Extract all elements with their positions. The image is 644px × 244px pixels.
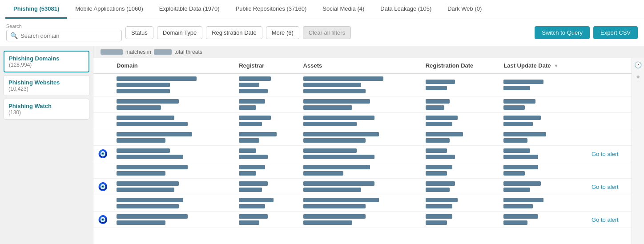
alert-cell bbox=[587, 113, 632, 129]
data-bar bbox=[239, 188, 262, 192]
tab-dark-web[interactable]: Dark Web (0) bbox=[439, 0, 490, 19]
last-update-date-cell bbox=[499, 162, 587, 179]
last-update-date-cell bbox=[499, 146, 587, 162]
tab-mobile[interactable]: Mobile Applications (1060) bbox=[67, 0, 151, 19]
data-bar bbox=[503, 198, 543, 202]
main-content: Phishing Domains (128,994) Phishing Webs… bbox=[0, 46, 644, 244]
data-bar bbox=[503, 188, 530, 192]
registrar-cell bbox=[234, 96, 298, 113]
last-update-date-cell bbox=[499, 179, 587, 195]
data-bar bbox=[503, 132, 546, 136]
tab-public-repos[interactable]: Public Repositories (37160) bbox=[228, 0, 315, 19]
col-last-update-date[interactable]: Last Update Date ▼ bbox=[499, 58, 587, 74]
domain-type-filter-button[interactable]: Domain Type bbox=[157, 26, 202, 39]
data-bar bbox=[426, 99, 450, 104]
last-update-date-cell bbox=[499, 74, 587, 96]
data-bar bbox=[117, 76, 197, 81]
hook-cell bbox=[93, 113, 112, 129]
last-update-date-cell bbox=[499, 96, 587, 113]
data-bar bbox=[239, 198, 274, 202]
toolbar: Search 🔍 Status Domain Type Registration… bbox=[0, 19, 644, 46]
clear-all-filters-button[interactable]: Clear all filters bbox=[303, 26, 351, 39]
go-to-alert-link[interactable]: Go to alert bbox=[592, 151, 623, 157]
switch-to-query-button[interactable]: Switch to Query bbox=[535, 26, 590, 39]
table-row bbox=[93, 74, 632, 96]
domain-cell bbox=[112, 179, 234, 195]
data-bar bbox=[239, 105, 256, 110]
alert-cell[interactable]: Go to alert bbox=[587, 146, 632, 162]
registrar-cell bbox=[234, 74, 298, 96]
data-bar bbox=[117, 214, 188, 219]
data-bar bbox=[239, 122, 262, 126]
assets-cell bbox=[299, 195, 421, 212]
sidebar-item-phishing-domains-count: (128,994) bbox=[9, 62, 84, 68]
registration-date-cell bbox=[421, 195, 499, 212]
data-bar bbox=[303, 83, 361, 87]
total-threats-block bbox=[154, 49, 172, 55]
assets-cell bbox=[299, 96, 421, 113]
go-to-alert-link[interactable]: Go to alert bbox=[592, 216, 623, 223]
last-update-date-cell bbox=[499, 129, 587, 146]
col-alert bbox=[587, 58, 632, 74]
tab-data-leakage[interactable]: Data Leakage (105) bbox=[372, 0, 439, 19]
matches-count-block bbox=[101, 49, 123, 55]
tab-exploitable[interactable]: Exploitable Data (1970) bbox=[151, 0, 228, 19]
col-registration-date: Registration Date bbox=[421, 58, 499, 74]
go-to-alert-link[interactable]: Go to alert bbox=[592, 184, 623, 190]
top-tabs-bar: Phishing (53081) Mobile Applications (10… bbox=[0, 0, 644, 19]
data-bar bbox=[117, 105, 161, 110]
registration-date-cell bbox=[421, 129, 499, 146]
sidebar-item-phishing-domains[interactable]: Phishing Domains (128,994) bbox=[4, 51, 89, 72]
matches-bar: matches in total threats bbox=[93, 46, 644, 58]
data-bar bbox=[426, 148, 447, 153]
alert-cell[interactable]: Go to alert bbox=[587, 179, 632, 195]
data-bar bbox=[426, 122, 452, 126]
assets-cell bbox=[299, 129, 421, 146]
data-bar bbox=[303, 99, 370, 104]
export-csv-button[interactable]: Export CSV bbox=[593, 26, 638, 39]
alert-cell bbox=[587, 162, 632, 179]
assets-cell bbox=[299, 212, 421, 228]
more-filters-button[interactable]: More (6) bbox=[266, 26, 299, 39]
data-bar bbox=[117, 155, 183, 159]
data-bar bbox=[503, 138, 527, 143]
hook-cell bbox=[93, 74, 112, 96]
sidebar-item-phishing-watch[interactable]: Phishing Watch (130) bbox=[4, 99, 89, 120]
data-bar bbox=[426, 116, 458, 120]
data-bar bbox=[503, 86, 530, 90]
data-bar bbox=[303, 198, 379, 202]
sidebar-item-phishing-websites-count: (10,423) bbox=[8, 86, 85, 92]
table-row bbox=[93, 113, 632, 129]
domain-cell bbox=[112, 74, 234, 96]
data-bar bbox=[426, 214, 452, 219]
alert-cell bbox=[587, 96, 632, 113]
table-header-row: Domain Registrar Assets Registration Dat… bbox=[93, 58, 632, 74]
data-bar bbox=[426, 171, 447, 176]
col-assets: Assets bbox=[299, 58, 421, 74]
tab-phishing[interactable]: Phishing (53081) bbox=[5, 0, 67, 19]
assets-cell bbox=[299, 162, 421, 179]
registration-date-filter-button[interactable]: Registration Date bbox=[206, 26, 262, 39]
domain-cell bbox=[112, 212, 234, 228]
hook-cell bbox=[93, 162, 112, 179]
data-bar bbox=[239, 155, 268, 159]
sidebar-item-phishing-websites[interactable]: Phishing Websites (10,423) bbox=[4, 75, 89, 96]
data-table-wrap: Domain Registrar Assets Registration Dat… bbox=[93, 58, 632, 244]
alert-cell[interactable]: Go to alert bbox=[587, 212, 632, 228]
tab-social-media[interactable]: Social Media (4) bbox=[314, 0, 372, 19]
last-update-date-cell bbox=[499, 195, 587, 212]
data-bar bbox=[503, 220, 527, 225]
data-bar bbox=[239, 204, 265, 208]
registration-date-cell bbox=[421, 212, 499, 228]
data-bar bbox=[303, 155, 374, 159]
clock-icon: 🕐 bbox=[634, 61, 642, 68]
status-filter-button[interactable]: Status bbox=[125, 26, 153, 39]
data-bar bbox=[239, 181, 268, 186]
data-bar bbox=[503, 148, 530, 153]
last-update-date-cell bbox=[499, 212, 587, 228]
registration-date-cell bbox=[421, 113, 499, 129]
search-input[interactable] bbox=[20, 32, 118, 39]
col-registrar: Registrar bbox=[234, 58, 298, 74]
data-bar bbox=[503, 116, 541, 120]
hook-cell: 🧿 bbox=[93, 146, 112, 162]
